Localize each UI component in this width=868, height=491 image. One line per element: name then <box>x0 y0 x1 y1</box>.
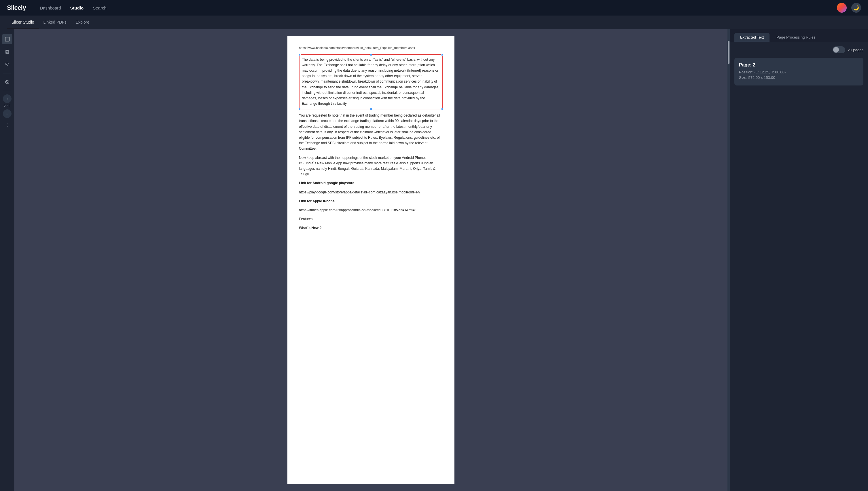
nav-right: 🌙 <box>837 3 861 13</box>
sidebar-divider <box>3 73 11 74</box>
content-area: https://www.bseindia.com/static/members/… <box>15 29 868 491</box>
dark-mode-toggle[interactable]: 🌙 <box>851 3 861 13</box>
tab-linked-pdfs[interactable]: Linked PDFs <box>39 16 71 29</box>
right-panel: Extracted Text Page Processing Rules All… <box>730 29 868 491</box>
tab-slicer-studio[interactable]: Slicer Studio <box>7 16 39 29</box>
logo[interactable]: Slicely <box>7 4 26 11</box>
main-layout: ‹ 2 / 3 › ⋮ https://www.bseindia.com/sta… <box>0 29 868 491</box>
sub-nav: Slicer Studio Linked PDFs Explore <box>0 16 868 29</box>
right-panel-content: All pages Page: 2 Position: (L: 12.25, T… <box>730 42 868 491</box>
selection-handle-tc[interactable] <box>370 54 372 56</box>
delete-icon[interactable] <box>2 47 12 57</box>
selection-handle-bc[interactable] <box>370 108 372 110</box>
pdf-viewer[interactable]: https://www.bseindia.com/static/members/… <box>15 29 727 491</box>
nav-dashboard[interactable]: Dashboard <box>40 5 61 10</box>
next-page-button[interactable]: › <box>3 109 11 118</box>
svg-line-5 <box>6 81 9 84</box>
all-pages-row: All pages <box>734 46 863 53</box>
prev-page-button[interactable]: ‹ <box>3 94 11 103</box>
page-info-title: Page: 2 <box>739 62 859 68</box>
all-pages-toggle[interactable] <box>833 46 845 53</box>
pdf-scrollbar[interactable] <box>727 29 730 491</box>
svg-rect-0 <box>5 37 9 41</box>
pdf-features: Features <box>299 216 443 222</box>
avatar[interactable] <box>837 3 847 13</box>
selection-handle-tr[interactable] <box>441 54 444 56</box>
select-tool-icon[interactable] <box>2 34 12 44</box>
page-info-position: Position: (L: 12.25, T: 80.00) <box>739 70 859 74</box>
selection-handle-tl[interactable] <box>298 54 301 56</box>
nav-links: Dashboard Studio Search <box>40 5 837 10</box>
selection-box[interactable]: The data is being provided to the client… <box>299 54 443 110</box>
pdf-url: https://www.bseindia.com/static/members/… <box>299 46 443 51</box>
svg-rect-1 <box>6 51 9 54</box>
pdf-android-url: https://play.google.com/store/apps/detai… <box>299 190 443 195</box>
selected-text: The data is being provided to the client… <box>302 57 440 107</box>
right-panel-tabs: Extracted Text Page Processing Rules <box>730 29 868 42</box>
tab-page-processing[interactable]: Page Processing Rules <box>771 33 821 42</box>
selection-handle-br[interactable] <box>441 108 444 110</box>
pdf-paragraph2: Now keep abreast with the happenings of … <box>299 155 443 177</box>
pdf-whats-new: What`s New ? <box>299 225 443 231</box>
undo-icon[interactable] <box>2 59 12 70</box>
page-nav: ‹ 2 / 3 › <box>3 94 11 118</box>
selection-handle-bl[interactable] <box>298 108 301 110</box>
pdf-android-label: Link for Android google playstore <box>299 180 443 186</box>
sidebar-divider-2 <box>3 91 11 91</box>
page-indicator: 2 / 3 <box>4 104 10 108</box>
pdf-paragraph1: You are requested to note that in the ev… <box>299 113 443 151</box>
top-nav: Slicely Dashboard Studio Search 🌙 <box>0 0 868 16</box>
ban-icon[interactable] <box>2 77 12 87</box>
tab-explore[interactable]: Explore <box>71 16 94 29</box>
more-options-icon[interactable]: ⋮ <box>3 120 11 129</box>
all-pages-label: All pages <box>848 48 863 52</box>
nav-studio[interactable]: Studio <box>70 5 84 10</box>
pdf-page: https://www.bseindia.com/static/members/… <box>287 36 454 484</box>
pdf-scroll-thumb[interactable] <box>728 41 729 64</box>
pdf-apple-url: https://itunes.apple.com/us/app/bseindia… <box>299 207 443 213</box>
nav-search[interactable]: Search <box>93 5 107 10</box>
pdf-apple-label: Link for Apple iPhone <box>299 199 443 204</box>
tab-extracted-text[interactable]: Extracted Text <box>734 33 769 42</box>
toggle-knob <box>833 47 839 53</box>
page-info-size: Size: 572.00 x 153.00 <box>739 76 859 80</box>
left-sidebar: ‹ 2 / 3 › ⋮ <box>0 29 15 491</box>
page-info-card: Page: 2 Position: (L: 12.25, T: 80.00) S… <box>734 58 863 85</box>
